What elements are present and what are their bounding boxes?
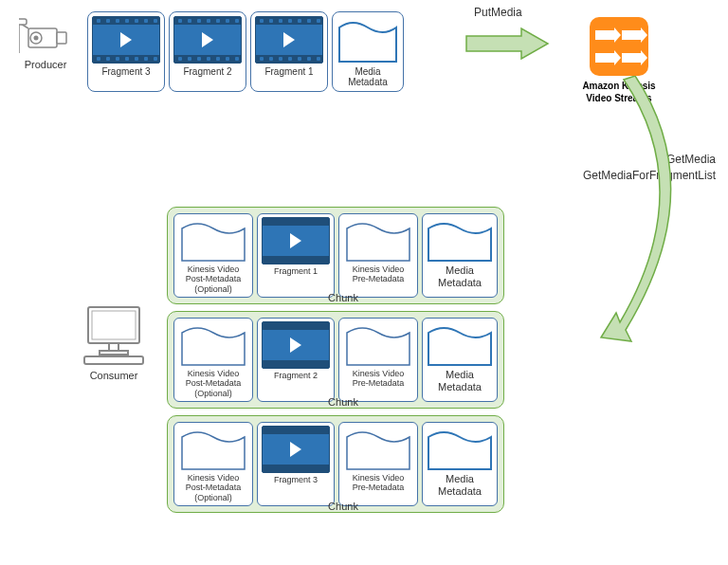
post-metadata-label: Kinesis VideoPost-Metadata(Optional) xyxy=(177,369,249,398)
chunk-container: Kinesis VideoPost-Metadata(Optional) Fra… xyxy=(167,311,504,409)
metadata-icon xyxy=(427,321,493,367)
media-metadata-label: MediaMetadata xyxy=(426,264,494,288)
fragment-card: Fragment 1 xyxy=(250,11,328,92)
fragment-label: Fragment 3 xyxy=(92,66,160,77)
fragment-label: Fragment 1 xyxy=(255,66,323,77)
pre-metadata-card: Kinesis VideoPre-Metadata xyxy=(338,318,418,402)
computer-icon xyxy=(82,303,145,366)
post-metadata-label: Kinesis VideoPost-Metadata(Optional) xyxy=(177,473,249,502)
metadata-icon xyxy=(180,426,246,471)
metadata-icon xyxy=(345,217,411,263)
svg-rect-11 xyxy=(84,356,143,364)
pre-metadata-card: Kinesis VideoPre-Metadata xyxy=(338,213,418,298)
metadata-icon xyxy=(345,321,411,367)
metadata-icon xyxy=(180,321,246,367)
svg-rect-9 xyxy=(109,343,118,351)
consumer-block: Consumer xyxy=(71,303,156,381)
post-metadata-card: Kinesis VideoPost-Metadata(Optional) xyxy=(173,422,253,506)
fragment-label: Fragment 3 xyxy=(261,475,331,484)
pre-metadata-label: Kinesis VideoPre-Metadata xyxy=(342,473,414,493)
producer-stream-row: Fragment 3 Fragment 2 Fragment 1 xyxy=(87,11,404,92)
fragment-card: Fragment 1 xyxy=(257,213,335,298)
svg-rect-6 xyxy=(19,19,27,25)
post-metadata-label: Kinesis VideoPost-Metadata(Optional) xyxy=(177,264,249,294)
svg-rect-3 xyxy=(57,32,66,44)
put-media-arrow-icon xyxy=(464,27,550,61)
media-metadata-label: MediaMetadata xyxy=(426,369,494,392)
chunk-container: Kinesis VideoPost-Metadata(Optional) Fra… xyxy=(167,415,504,513)
svg-rect-8 xyxy=(92,311,136,339)
fragment-label: Fragment 1 xyxy=(261,266,331,276)
media-metadata-card: MediaMetadata xyxy=(422,318,498,402)
video-icon xyxy=(262,321,330,369)
video-icon xyxy=(92,16,160,64)
media-metadata-card: MediaMetadata xyxy=(422,422,498,506)
chunk-label: Chunk xyxy=(167,501,519,512)
fragment-card: Fragment 3 xyxy=(257,422,335,506)
metadata-icon xyxy=(180,217,246,263)
producer-label: Producer xyxy=(11,59,80,70)
chunk-container: Kinesis VideoPost-Metadata(Optional) Fra… xyxy=(167,207,504,304)
fragment-card: Fragment 3 xyxy=(87,11,165,92)
pre-metadata-label: Kinesis VideoPre-Metadata xyxy=(342,369,414,389)
post-metadata-card: Kinesis VideoPost-Metadata(Optional) xyxy=(173,318,253,402)
chunk-label: Chunk xyxy=(167,396,519,408)
media-metadata-card: MediaMetadata xyxy=(422,213,498,298)
get-media-arrow-icon xyxy=(597,76,720,351)
fragment-label: Fragment 2 xyxy=(261,371,331,380)
camera-icon xyxy=(19,17,72,55)
video-icon xyxy=(262,217,330,264)
metadata-icon xyxy=(337,16,398,64)
fragment-card: Fragment 2 xyxy=(257,318,335,402)
metadata-icon xyxy=(427,426,493,471)
media-metadata-label: MediaMetadata xyxy=(337,66,399,87)
metadata-icon xyxy=(427,217,493,263)
video-icon xyxy=(173,16,242,64)
consumer-label: Consumer xyxy=(71,370,156,381)
producer-block: Producer xyxy=(11,17,80,70)
media-metadata-label: MediaMetadata xyxy=(426,473,494,497)
media-metadata-card: MediaMetadata xyxy=(332,11,404,92)
video-icon xyxy=(255,16,323,64)
video-icon xyxy=(262,426,330,473)
metadata-icon xyxy=(345,426,411,471)
pre-metadata-label: Kinesis VideoPre-Metadata xyxy=(342,264,414,284)
fragment-label: Fragment 2 xyxy=(173,66,242,77)
chunk-label: Chunk xyxy=(167,292,519,303)
post-metadata-card: Kinesis VideoPost-Metadata(Optional) xyxy=(173,213,253,298)
svg-point-2 xyxy=(34,36,39,41)
fragment-card: Fragment 2 xyxy=(169,11,246,92)
svg-rect-10 xyxy=(100,351,128,355)
pre-metadata-card: Kinesis VideoPre-Metadata xyxy=(338,422,418,506)
put-media-label: PutMedia xyxy=(474,6,522,19)
kinesis-icon xyxy=(590,17,648,76)
